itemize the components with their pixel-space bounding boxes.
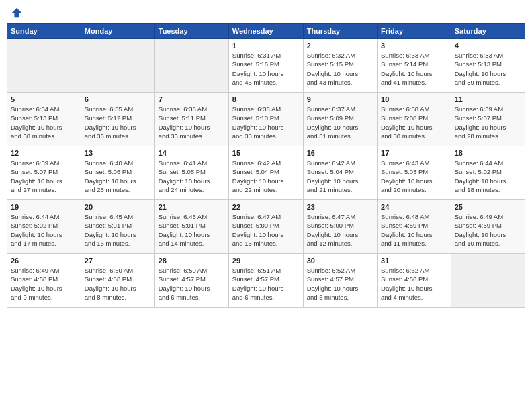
day-info: Sunrise: 6:36 AM Sunset: 5:10 PM Dayligh… — [232, 105, 300, 140]
day-number: 25 — [455, 203, 521, 211]
day-info: Sunrise: 6:32 AM Sunset: 5:15 PM Dayligh… — [307, 51, 373, 87]
header-day-wednesday: Wednesday — [228, 24, 303, 39]
day-number: 6 — [85, 95, 151, 103]
calendar-cell: 12Sunrise: 6:39 AM Sunset: 5:07 PM Dayli… — [7, 146, 81, 200]
day-info: Sunrise: 6:47 AM Sunset: 5:00 PM Dayligh… — [232, 212, 300, 248]
day-info: Sunrise: 6:48 AM Sunset: 4:59 PM Dayligh… — [381, 212, 447, 248]
header-day-saturday: Saturday — [451, 24, 525, 39]
day-info: Sunrise: 6:39 AM Sunset: 5:07 PM Dayligh… — [11, 158, 77, 194]
day-number: 18 — [455, 149, 521, 157]
calendar-cell: 16Sunrise: 6:42 AM Sunset: 5:04 PM Dayli… — [303, 146, 377, 200]
day-info: Sunrise: 6:43 AM Sunset: 5:03 PM Dayligh… — [381, 158, 447, 194]
calendar-cell: 17Sunrise: 6:43 AM Sunset: 5:03 PM Dayli… — [378, 146, 451, 200]
day-number: 30 — [307, 257, 373, 265]
calendar-cell: 6Sunrise: 6:35 AM Sunset: 5:12 PM Daylig… — [81, 93, 154, 146]
header-day-thursday: Thursday — [303, 24, 377, 39]
day-number: 28 — [159, 257, 225, 265]
calendar-cell: 18Sunrise: 6:44 AM Sunset: 5:02 PM Dayli… — [451, 146, 525, 200]
calendar-cell: 29Sunrise: 6:51 AM Sunset: 4:57 PM Dayli… — [228, 254, 303, 308]
page-header — [7, 7, 525, 19]
calendar-cell: 1Sunrise: 6:31 AM Sunset: 5:16 PM Daylig… — [228, 39, 303, 93]
calendar-cell: 4Sunrise: 6:33 AM Sunset: 5:13 PM Daylig… — [451, 39, 525, 93]
day-info: Sunrise: 6:31 AM Sunset: 5:16 PM Dayligh… — [232, 51, 300, 87]
day-info: Sunrise: 6:35 AM Sunset: 5:12 PM Dayligh… — [85, 105, 151, 140]
svg-marker-0 — [12, 8, 21, 17]
day-info: Sunrise: 6:52 AM Sunset: 4:57 PM Dayligh… — [307, 266, 373, 302]
header-day-sunday: Sunday — [7, 24, 81, 39]
day-number: 3 — [381, 42, 447, 50]
week-row-1: 1Sunrise: 6:31 AM Sunset: 5:16 PM Daylig… — [7, 39, 525, 93]
calendar-cell: 11Sunrise: 6:39 AM Sunset: 5:07 PM Dayli… — [451, 93, 525, 146]
day-number: 17 — [381, 149, 447, 157]
day-number: 11 — [455, 95, 521, 103]
day-info: Sunrise: 6:49 AM Sunset: 4:59 PM Dayligh… — [455, 212, 521, 248]
header-day-monday: Monday — [81, 24, 154, 39]
week-row-3: 12Sunrise: 6:39 AM Sunset: 5:07 PM Dayli… — [7, 146, 525, 200]
day-number: 14 — [159, 149, 225, 157]
calendar-cell: 27Sunrise: 6:50 AM Sunset: 4:58 PM Dayli… — [81, 254, 154, 308]
week-row-5: 26Sunrise: 6:49 AM Sunset: 4:58 PM Dayli… — [7, 254, 525, 308]
calendar-cell — [81, 39, 154, 93]
day-number: 13 — [85, 149, 151, 157]
calendar-cell: 15Sunrise: 6:42 AM Sunset: 5:04 PM Dayli… — [228, 146, 303, 200]
day-number: 26 — [11, 257, 77, 265]
day-number: 2 — [307, 42, 373, 50]
calendar-cell: 30Sunrise: 6:52 AM Sunset: 4:57 PM Dayli… — [303, 254, 377, 308]
day-info: Sunrise: 6:49 AM Sunset: 4:58 PM Dayligh… — [11, 266, 77, 302]
day-number: 4 — [455, 42, 521, 50]
day-info: Sunrise: 6:41 AM Sunset: 5:05 PM Dayligh… — [159, 158, 225, 194]
calendar-cell — [154, 39, 228, 93]
week-row-4: 19Sunrise: 6:44 AM Sunset: 5:02 PM Dayli… — [7, 200, 525, 254]
calendar-cell: 26Sunrise: 6:49 AM Sunset: 4:58 PM Dayli… — [7, 254, 81, 308]
day-number: 16 — [307, 149, 373, 157]
day-info: Sunrise: 6:42 AM Sunset: 5:04 PM Dayligh… — [307, 158, 373, 194]
day-number: 21 — [159, 203, 225, 211]
calendar-cell: 9Sunrise: 6:37 AM Sunset: 5:09 PM Daylig… — [303, 93, 377, 146]
calendar-cell: 5Sunrise: 6:34 AM Sunset: 5:13 PM Daylig… — [7, 93, 81, 146]
calendar-cell: 22Sunrise: 6:47 AM Sunset: 5:00 PM Dayli… — [228, 200, 303, 254]
week-row-2: 5Sunrise: 6:34 AM Sunset: 5:13 PM Daylig… — [7, 93, 525, 146]
day-number: 24 — [381, 203, 447, 211]
calendar-cell: 21Sunrise: 6:46 AM Sunset: 5:01 PM Dayli… — [154, 200, 228, 254]
day-number: 10 — [381, 95, 447, 103]
day-info: Sunrise: 6:44 AM Sunset: 5:02 PM Dayligh… — [455, 158, 521, 194]
calendar-cell: 3Sunrise: 6:33 AM Sunset: 5:14 PM Daylig… — [378, 39, 451, 93]
calendar-cell — [7, 39, 81, 93]
day-info: Sunrise: 6:34 AM Sunset: 5:13 PM Dayligh… — [11, 105, 77, 140]
calendar-cell: 31Sunrise: 6:52 AM Sunset: 4:56 PM Dayli… — [378, 254, 451, 308]
day-info: Sunrise: 6:39 AM Sunset: 5:07 PM Dayligh… — [455, 105, 521, 140]
day-number: 7 — [159, 95, 225, 103]
calendar-cell: 24Sunrise: 6:48 AM Sunset: 4:59 PM Dayli… — [378, 200, 451, 254]
day-number: 22 — [232, 203, 300, 211]
calendar-cell: 20Sunrise: 6:45 AM Sunset: 5:01 PM Dayli… — [81, 200, 154, 254]
day-info: Sunrise: 6:33 AM Sunset: 5:13 PM Dayligh… — [455, 51, 521, 87]
calendar-cell: 28Sunrise: 6:50 AM Sunset: 4:57 PM Dayli… — [154, 254, 228, 308]
day-info: Sunrise: 6:50 AM Sunset: 4:58 PM Dayligh… — [85, 266, 151, 302]
day-number: 20 — [85, 203, 151, 211]
day-info: Sunrise: 6:37 AM Sunset: 5:09 PM Dayligh… — [307, 105, 373, 140]
day-info: Sunrise: 6:46 AM Sunset: 5:01 PM Dayligh… — [159, 212, 225, 248]
calendar-cell: 23Sunrise: 6:47 AM Sunset: 5:00 PM Dayli… — [303, 200, 377, 254]
day-info: Sunrise: 6:51 AM Sunset: 4:57 PM Dayligh… — [232, 266, 300, 302]
calendar-cell: 10Sunrise: 6:38 AM Sunset: 5:08 PM Dayli… — [378, 93, 451, 146]
calendar-cell: 19Sunrise: 6:44 AM Sunset: 5:02 PM Dayli… — [7, 200, 81, 254]
day-info: Sunrise: 6:47 AM Sunset: 5:00 PM Dayligh… — [307, 212, 373, 248]
header-row: SundayMondayTuesdayWednesdayThursdayFrid… — [7, 24, 525, 39]
day-number: 27 — [85, 257, 151, 265]
header-day-tuesday: Tuesday — [154, 24, 228, 39]
day-info: Sunrise: 6:45 AM Sunset: 5:01 PM Dayligh… — [85, 212, 151, 248]
calendar-cell: 8Sunrise: 6:36 AM Sunset: 5:10 PM Daylig… — [228, 93, 303, 146]
calendar-cell: 7Sunrise: 6:36 AM Sunset: 5:11 PM Daylig… — [154, 93, 228, 146]
calendar-cell — [451, 254, 525, 308]
day-info: Sunrise: 6:38 AM Sunset: 5:08 PM Dayligh… — [381, 105, 447, 140]
day-info: Sunrise: 6:36 AM Sunset: 5:11 PM Dayligh… — [159, 105, 225, 140]
day-info: Sunrise: 6:40 AM Sunset: 5:06 PM Dayligh… — [85, 158, 151, 194]
day-number: 1 — [232, 42, 300, 50]
day-number: 23 — [307, 203, 373, 211]
logo-icon — [11, 7, 23, 19]
calendar-table: SundayMondayTuesdayWednesdayThursdayFrid… — [7, 23, 525, 308]
day-info: Sunrise: 6:52 AM Sunset: 4:56 PM Dayligh… — [381, 266, 447, 302]
calendar-cell: 25Sunrise: 6:49 AM Sunset: 4:59 PM Dayli… — [451, 200, 525, 254]
day-number: 9 — [307, 95, 373, 103]
day-info: Sunrise: 6:44 AM Sunset: 5:02 PM Dayligh… — [11, 212, 77, 248]
